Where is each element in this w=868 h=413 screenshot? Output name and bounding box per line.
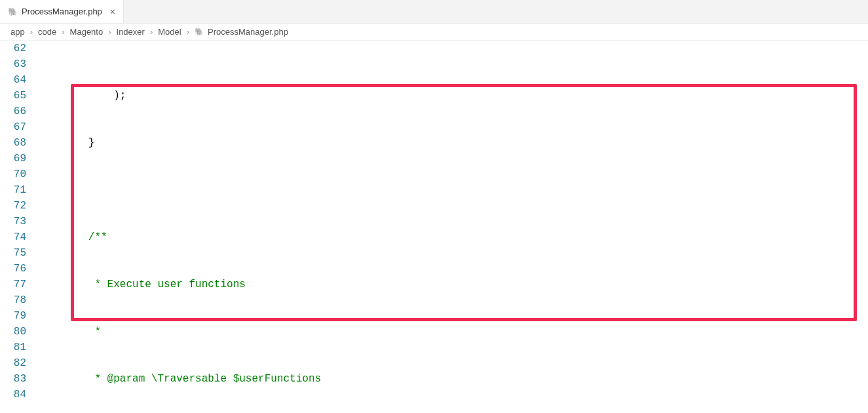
chevron-right-icon: › [187,27,189,37]
line-number: 79 [0,308,26,324]
line-number: 80 [0,324,26,340]
code-line: /** [38,229,868,245]
line-number: 70 [0,167,26,182]
line-number: 62 [0,41,26,56]
line-number: 71 [0,182,26,198]
line-number: 64 [0,72,26,88]
code-line [38,182,868,198]
line-number: 83 [0,371,26,387]
tab-bar: 🐘 ProcessManager.php × [0,0,868,24]
line-number: 75 [0,245,26,261]
chevron-right-icon: › [108,27,111,37]
breadcrumb-item[interactable]: app [10,27,25,37]
code-line: * [38,324,868,340]
line-number: 77 [0,277,26,292]
line-number: 81 [0,340,26,355]
editor-tab[interactable]: 🐘 ProcessManager.php × [0,0,124,23]
line-number: 67 [0,119,26,135]
line-number: 65 [0,88,26,104]
code-line: * @param \Traversable $userFunctions [38,371,868,387]
line-number: 76 [0,261,26,277]
line-number: 69 [0,151,26,167]
line-number: 74 [0,229,26,245]
line-number: 68 [0,135,26,151]
code-editor[interactable]: 62 63 64 65 66 67 68 69 70 71 72 73 74 7… [0,41,868,413]
tab-filename: ProcessManager.php [22,7,102,16]
code-line: } [38,135,868,151]
php-file-icon: 🐘 [8,7,18,16]
line-number: 73 [0,214,26,229]
line-number: 66 [0,104,26,119]
line-number: 84 [0,387,26,403]
chevron-right-icon: › [30,27,33,37]
line-number: 78 [0,292,26,308]
close-icon[interactable]: × [110,7,115,17]
breadcrumb-item[interactable]: Indexer [117,27,145,37]
breadcrumb-item[interactable]: Model [158,27,181,37]
line-number: 63 [0,56,26,72]
chevron-right-icon: › [150,27,153,37]
php-file-icon: 🐘 [195,28,204,36]
line-number: 82 [0,355,26,371]
line-number: 72 [0,198,26,214]
code-line: ); [38,88,868,104]
line-gutter: 62 63 64 65 66 67 68 69 70 71 72 73 74 7… [0,41,38,413]
breadcrumb-item[interactable]: Magento [70,27,104,37]
breadcrumb-item[interactable]: ProcessManager.php [208,27,288,37]
code-line: * Execute user functions [38,277,868,292]
breadcrumb-item[interactable]: code [38,27,56,37]
chevron-right-icon: › [62,27,64,37]
code-content[interactable]: ); } /** * Execute user functions * * @p… [38,41,868,413]
breadcrumb: app › code › Magento › Indexer › Model ›… [0,24,868,41]
